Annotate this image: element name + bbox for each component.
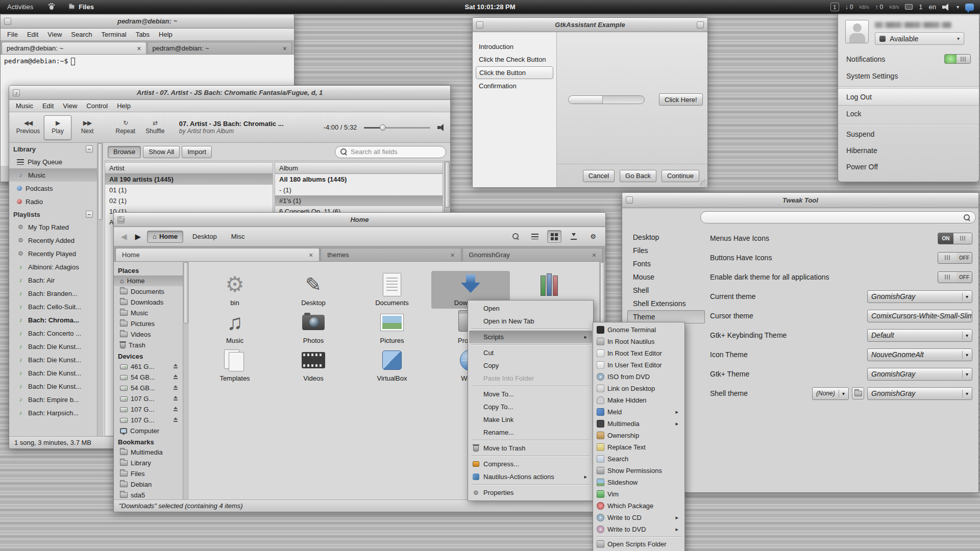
eject-icon[interactable] — [173, 385, 179, 391]
collapse-icon[interactable]: − — [86, 145, 93, 153]
menu-item-open[interactable]: Open — [469, 302, 592, 315]
music-titlebar[interactable]: ♪Artist - 07. Artist - JS Bach: Chromati… — [9, 86, 450, 100]
previous-button[interactable]: ◀◀Previous — [14, 115, 42, 140]
close-icon[interactable]: × — [585, 251, 596, 259]
keybinding-theme-combo[interactable]: Default▾ — [867, 329, 972, 342]
close-icon[interactable]: × — [302, 251, 313, 259]
menu-item-log-out[interactable]: Log Out — [838, 88, 979, 106]
menu-item-suspend[interactable]: Suspend — [838, 126, 979, 142]
keyboard-layout-indicator[interactable]: en — [929, 3, 936, 11]
tweak-nav-shell-extensions[interactable]: Shell Extensions — [627, 297, 705, 310]
menu-item-make-hidden[interactable]: Make Hidden — [594, 394, 683, 406]
file-item-documents[interactable]: Documents — [353, 271, 431, 309]
menu-item-replace-text[interactable]: Replace Text — [594, 441, 683, 453]
menu-item-slideshow[interactable]: Slideshow — [594, 477, 683, 488]
playlist-item[interactable]: ♪Bach: Die Kunst... — [9, 340, 97, 353]
menu-item-vim[interactable]: Vim — [594, 488, 683, 500]
playlist-item[interactable]: ♪Bach: Air — [9, 273, 97, 287]
menu-terminal[interactable]: Terminal — [97, 29, 131, 40]
menu-search[interactable]: Search — [66, 29, 96, 40]
browse-button[interactable]: Browse — [108, 146, 141, 158]
cursor-theme-combo[interactable]: ComixCursors-White-Small-Slim▾ — [867, 310, 972, 322]
menu-item-copy-to[interactable]: Copy To... — [469, 400, 592, 413]
menu-item-scripts[interactable]: Scripts▸ — [469, 331, 592, 343]
clock[interactable]: Sat 10:01:28 PM — [465, 3, 516, 11]
menu-item-meld[interactable]: Meld▸ — [594, 406, 683, 418]
volume-icon[interactable] — [942, 4, 950, 11]
files-titlebar[interactable]: Home — [114, 213, 605, 227]
menu-item-ownership[interactable]: Ownership — [594, 430, 683, 441]
device-item[interactable]: 54 GB... — [114, 372, 183, 383]
misc-breadcrumb-button[interactable]: Misc — [226, 231, 250, 242]
sidebar-item-pictures[interactable]: Pictures — [114, 318, 183, 329]
playlist-item[interactable]: ⚙My Top Rated — [9, 220, 97, 234]
playlist-item-current[interactable]: ♪Bach: Chroma... — [9, 313, 97, 327]
menu-item-write-to-dvd[interactable]: Write to DVD▸ — [594, 523, 683, 535]
menu-item-properties[interactable]: ⚙Properties — [469, 486, 592, 499]
artist-row[interactable]: 02 (1) — [105, 195, 273, 206]
go-back-button[interactable]: Go Back — [620, 170, 656, 182]
shell-theme-combo[interactable]: GnomishGray▾ — [867, 387, 972, 400]
buttons-have-icons-toggle[interactable]: OFF — [938, 252, 972, 264]
distributor-logo-icon[interactable] — [40, 2, 63, 12]
file-item-desktop[interactable]: ✎Desktop — [274, 271, 353, 309]
avatar[interactable] — [845, 20, 869, 43]
sidebar-item-music[interactable]: ♪Music — [9, 168, 97, 182]
menu-item-gnome-terminal[interactable]: Gnome Terminal — [594, 324, 683, 336]
menu-item-open-in-new-tab[interactable]: Open in New Tab — [469, 315, 592, 328]
playlists-header[interactable]: Playlists− — [9, 208, 97, 220]
messaging-icon[interactable] — [965, 4, 974, 11]
input-source-indicator[interactable]: 1 — [919, 3, 922, 11]
status-dropdown[interactable]: Available▾ — [875, 32, 964, 45]
device-item[interactable]: 107 G... — [114, 415, 183, 425]
file-item-virtualbox[interactable]: VirtualBox — [353, 346, 431, 384]
desktop-breadcrumb-button[interactable]: Desktop — [187, 231, 222, 242]
playlist-item[interactable]: ♪Bach: Branden... — [9, 287, 97, 300]
eject-icon[interactable] — [173, 407, 179, 412]
terminal-titlebar[interactable]: pedram@debian: ~ — [1, 14, 294, 29]
menu-item-compress[interactable]: Compress... — [469, 458, 592, 470]
tweak-nav-files[interactable]: Files — [627, 244, 705, 257]
file-item-templates[interactable]: Templates — [195, 346, 274, 384]
playlist-item[interactable]: ♪Albinoni: Adagios — [9, 260, 97, 273]
sidebar-item-play-queue[interactable]: Play Queue — [9, 155, 97, 168]
menu-help[interactable]: Help — [154, 29, 177, 40]
current-theme-combo[interactable]: GnomishGray▾ — [867, 290, 972, 303]
bookmark-item[interactable]: sda5 — [114, 490, 183, 500]
dark-theme-toggle[interactable]: OFF — [938, 271, 972, 283]
files-tab-gnomishgray[interactable]: GnomishGray× — [462, 248, 603, 261]
search-button[interactable] — [508, 230, 523, 243]
close-icon[interactable]: × — [137, 45, 141, 52]
album-row[interactable]: All 180 albums (1445) — [275, 174, 443, 185]
playlist-item[interactable]: ♪Bach: Cello-Suit... — [9, 300, 97, 313]
tweak-titlebar[interactable]: Tweak Tool — [622, 193, 978, 208]
artist-column-header[interactable]: Artist — [105, 163, 273, 174]
menu-item-open-scripts-folder[interactable]: Open Scripts Folder — [594, 538, 683, 550]
sidebar-item-documents[interactable]: Documents — [114, 286, 183, 297]
repeat-button[interactable]: ↻Repeat — [112, 115, 139, 140]
back-button[interactable]: ◀ — [119, 232, 129, 241]
menu-item-copy[interactable]: Copy — [469, 359, 592, 372]
activities-button[interactable]: Activities — [0, 3, 40, 11]
device-item-computer[interactable]: Computer — [114, 425, 183, 436]
playlist-item[interactable]: ♪Bach: Harpsich... — [9, 406, 97, 419]
files-tab-home[interactable]: Home× — [115, 248, 320, 261]
menu-tabs[interactable]: Tabs — [131, 29, 154, 40]
album-column-header[interactable]: Album — [275, 163, 443, 174]
seek-slider[interactable] — [364, 124, 430, 131]
click-here-button[interactable]: Click Here! — [659, 93, 703, 106]
window-menu-icon[interactable] — [697, 21, 704, 29]
display-icon[interactable] — [905, 4, 913, 10]
import-button[interactable]: Import — [182, 146, 212, 158]
icon-theme-combo[interactable]: NouveGnomeAlt▾ — [867, 348, 972, 361]
next-button[interactable]: ▶▶Next — [74, 115, 101, 140]
bookmark-item[interactable]: Debian — [114, 479, 183, 490]
file-item-bin[interactable]: ⚙bin — [195, 271, 274, 309]
file-item-music[interactable]: ♫Music — [195, 309, 274, 346]
sidebar-scrollbar[interactable] — [97, 143, 103, 436]
download-button[interactable] — [567, 230, 581, 243]
playlist-item[interactable]: ♪Bach: Die Kunst... — [9, 380, 97, 393]
file-item-pictures[interactable]: Pictures — [353, 309, 431, 346]
menu-item-make-link[interactable]: Make Link — [469, 413, 592, 426]
terminal-tab-2[interactable]: pedram@debian: ~× — [148, 42, 292, 54]
